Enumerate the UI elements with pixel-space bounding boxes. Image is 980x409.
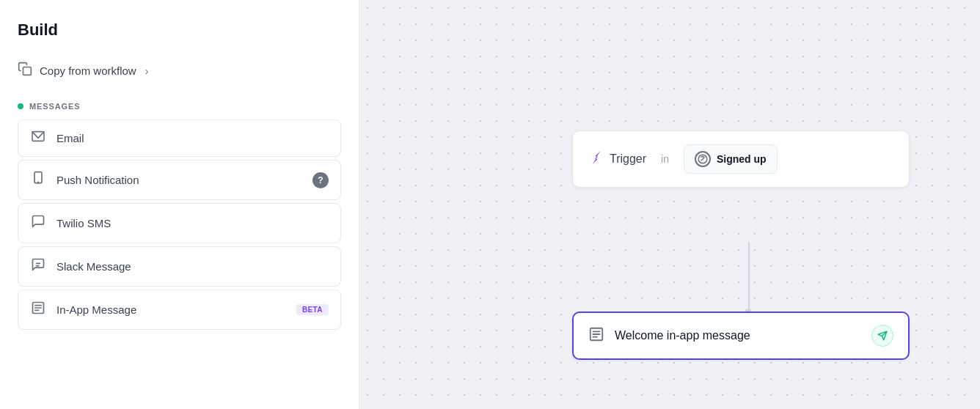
email-menu-item[interactable]: Email [18,119,341,157]
push-notification-label: Push Notification [56,174,302,186]
inapp-icon [30,301,46,319]
inapp-message-label: In-App Message [56,303,286,316]
messages-dot [18,103,23,109]
push-notification-menu-item[interactable]: Push Notification ? [18,160,341,200]
copy-from-workflow-label: Copy from workflow [40,65,136,77]
inapp-beta-badge: BETA [296,304,329,315]
connector-line [748,242,750,312]
slack-icon [30,257,46,276]
twilio-sms-menu-item[interactable]: Twilio SMS [18,203,341,243]
svg-marker-11 [593,150,601,163]
slack-message-menu-item[interactable]: Slack Message [18,246,341,287]
sidebar-title: Build [18,21,341,40]
signed-up-label: Signed up [717,153,767,165]
inapp-message-menu-item[interactable]: In-App Message BETA [18,290,341,330]
welcome-message-label: Welcome in-app message [615,329,861,342]
welcome-message-card[interactable]: Welcome in-app message [572,312,910,360]
sms-icon [30,214,46,232]
trigger-label: Trigger [610,152,646,166]
push-notification-icon [30,171,46,189]
messages-section-label: MESSAGES [18,102,341,111]
copy-from-workflow-button[interactable]: Copy from workflow › [18,57,341,84]
welcome-card-icon [588,326,604,346]
push-notification-help-badge[interactable]: ? [312,172,329,188]
email-icon [30,130,46,146]
workflow-canvas: Trigger in Signed up Welcome in [359,0,980,409]
twilio-sms-label: Twilio SMS [56,217,329,229]
email-label: Email [56,132,329,144]
trigger-lightning-icon [590,150,602,169]
slack-message-label: Slack Message [56,260,329,273]
copy-icon [18,62,32,80]
trigger-in-label: in [661,153,669,165]
message-type-list: Email Push Notification ? Twilio SMS [18,119,341,330]
svg-rect-0 [23,67,32,75]
send-icon [871,325,893,347]
signed-up-badge[interactable]: Signed up [684,144,778,174]
signed-up-icon [695,151,711,167]
svg-point-4 [37,183,39,184]
trigger-card[interactable]: Trigger in Signed up [572,130,910,188]
chevron-icon: › [145,65,149,77]
sidebar: Build Copy from workflow › MESSAGES Emai… [0,0,359,409]
